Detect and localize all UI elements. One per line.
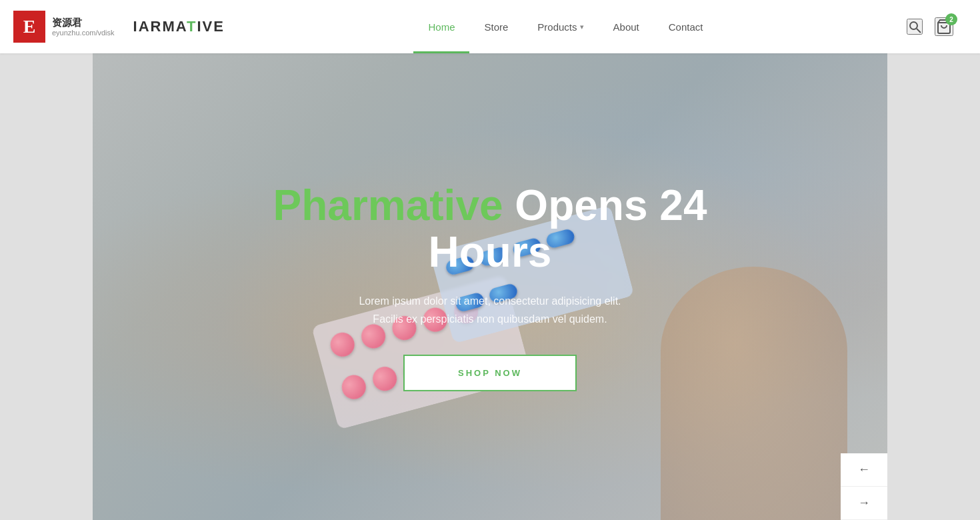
header-icons: 2 bbox=[907, 17, 953, 36]
nav-products[interactable]: Products ▾ bbox=[523, 0, 598, 53]
search-button[interactable] bbox=[907, 19, 923, 35]
brand-name-dark: IARMA bbox=[133, 18, 187, 35]
logo-chinese-text: 资源君 bbox=[52, 17, 115, 29]
hero-text-block: Pharmative Opens 24 Hours Lorem ipsum do… bbox=[223, 182, 757, 391]
logo-text-block: 资源君 eyunzhu.com/vdisk bbox=[52, 17, 115, 37]
logo-area: E 资源君 eyunzhu.com/vdisk IARMATIVE bbox=[13, 11, 225, 43]
header: E 资源君 eyunzhu.com/vdisk IARMATIVE Home S… bbox=[0, 0, 980, 53]
products-chevron-icon: ▾ bbox=[580, 23, 584, 31]
next-slide-button[interactable]: → bbox=[841, 487, 887, 520]
nav-home[interactable]: Home bbox=[413, 0, 469, 53]
slide-nav-arrows: ← → bbox=[841, 453, 887, 520]
cart-button[interactable]: 2 bbox=[935, 17, 953, 36]
nav-store[interactable]: Store bbox=[469, 0, 523, 53]
hero-title: Pharmative Opens 24 Hours bbox=[223, 182, 757, 276]
logo-icon: E bbox=[13, 11, 45, 43]
page-wrapper: E 资源君 eyunzhu.com/vdisk IARMATIVE Home S… bbox=[0, 0, 980, 520]
cart-badge: 2 bbox=[945, 13, 957, 25]
prev-slide-button[interactable]: ← bbox=[841, 453, 887, 487]
shop-now-button[interactable]: SHOP NOW bbox=[403, 355, 577, 391]
brand-name-green: T bbox=[187, 18, 197, 35]
brand-name: IARMATIVE bbox=[133, 18, 225, 35]
search-icon bbox=[908, 20, 921, 33]
hero-title-green: Pharmative bbox=[273, 181, 503, 229]
hero-section: Pharmative Opens 24 Hours Lorem ipsum do… bbox=[93, 53, 887, 520]
svg-point-0 bbox=[910, 22, 917, 29]
logo-url: eyunzhu.com/vdisk bbox=[52, 29, 115, 37]
svg-line-1 bbox=[917, 29, 921, 33]
main-nav: Home Store Products ▾ About Contact bbox=[413, 0, 717, 53]
nav-about[interactable]: About bbox=[599, 0, 654, 53]
logo-letter: E bbox=[23, 16, 36, 37]
hero-subtitle: Lorem ipsum dolor sit amet, consectetur … bbox=[223, 292, 757, 328]
nav-contact[interactable]: Contact bbox=[654, 0, 718, 53]
brand-name-ive: IVE bbox=[197, 18, 224, 35]
hero-wrapper: Pharmative Opens 24 Hours Lorem ipsum do… bbox=[93, 53, 887, 520]
